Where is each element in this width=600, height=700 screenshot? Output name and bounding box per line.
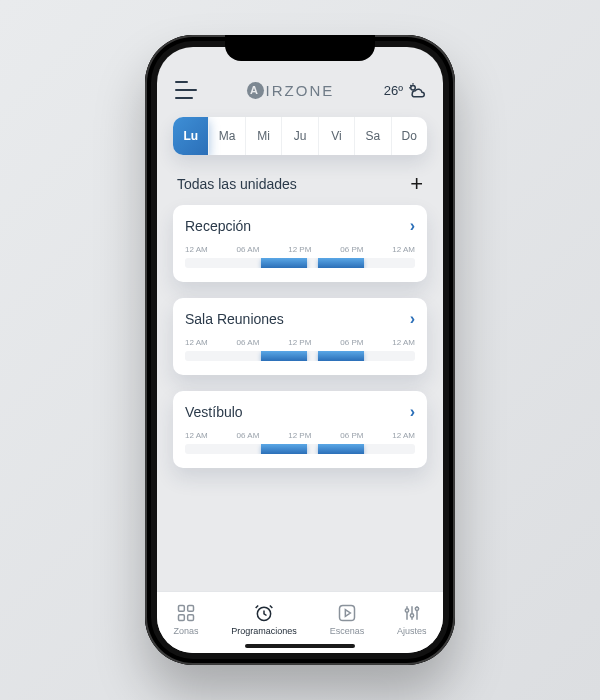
- weather-widget[interactable]: 26º: [384, 81, 425, 99]
- unit-card[interactable]: Vestíbulo›12 AM06 AM12 PM06 PM12 AM: [173, 391, 427, 468]
- content: LuMaMiJuViSaDo Todas las unidades + Rece…: [157, 109, 443, 591]
- weather-icon: [407, 81, 425, 99]
- tab-escenas[interactable]: Escenas: [330, 603, 365, 636]
- schedule-segment: [261, 351, 307, 361]
- schedule-segment: [318, 444, 364, 454]
- home-indicator: [245, 644, 355, 648]
- unit-card[interactable]: Recepción›12 AM06 AM12 PM06 PM12 AM: [173, 205, 427, 282]
- day-do[interactable]: Do: [392, 117, 427, 155]
- svg-point-15: [415, 607, 418, 610]
- svg-rect-9: [339, 606, 354, 621]
- time-labels: 12 AM06 AM12 PM06 PM12 AM: [185, 338, 415, 347]
- section-header: Todas las unidades +: [173, 173, 427, 205]
- svg-point-11: [405, 609, 408, 612]
- day-ma[interactable]: Ma: [209, 117, 245, 155]
- tab-programaciones[interactable]: Programaciones: [231, 603, 297, 636]
- svg-rect-6: [178, 615, 184, 621]
- day-lu[interactable]: Lu: [173, 117, 209, 155]
- day-ju[interactable]: Ju: [282, 117, 318, 155]
- section-title: Todas las unidades: [177, 176, 297, 192]
- brand-logo: A IRZONE: [247, 82, 335, 99]
- chevron-right-icon[interactable]: ›: [410, 403, 415, 421]
- schedule-track: [185, 258, 415, 268]
- tab-label: Escenas: [330, 626, 365, 636]
- add-unit-button[interactable]: +: [410, 173, 423, 195]
- notch: [225, 35, 375, 61]
- time-labels: 12 AM06 AM12 PM06 PM12 AM: [185, 245, 415, 254]
- schedule-segment: [261, 258, 307, 268]
- phone-frame: A IRZONE 26º LuMaMiJuViSaDo Todas las un…: [145, 35, 455, 665]
- svg-rect-5: [188, 606, 194, 612]
- brand-text: IRZONE: [266, 82, 335, 99]
- tab-label: Ajustes: [397, 626, 427, 636]
- svg-point-13: [410, 614, 413, 617]
- svg-rect-7: [188, 615, 194, 621]
- tab-label: Zonas: [173, 626, 198, 636]
- grid-icon: [176, 603, 196, 623]
- tab-zonas[interactable]: Zonas: [173, 603, 198, 636]
- svg-line-3: [410, 85, 411, 86]
- schedule-track: [185, 444, 415, 454]
- svg-point-0: [411, 86, 416, 91]
- chevron-right-icon[interactable]: ›: [410, 217, 415, 235]
- tab-label: Programaciones: [231, 626, 297, 636]
- sliders-icon: [402, 603, 422, 623]
- schedule-segment: [318, 258, 364, 268]
- weather-temp: 26º: [384, 83, 403, 98]
- unit-name: Sala Reuniones: [185, 311, 284, 327]
- time-labels: 12 AM06 AM12 PM06 PM12 AM: [185, 431, 415, 440]
- alarm-icon: [254, 603, 274, 623]
- unit-name: Recepción: [185, 218, 251, 234]
- schedule-track: [185, 351, 415, 361]
- units-list: Recepción›12 AM06 AM12 PM06 PM12 AMSala …: [173, 205, 427, 468]
- unit-name: Vestíbulo: [185, 404, 243, 420]
- schedule-segment: [318, 351, 364, 361]
- screen: A IRZONE 26º LuMaMiJuViSaDo Todas las un…: [157, 47, 443, 653]
- day-sa[interactable]: Sa: [355, 117, 391, 155]
- day-mi[interactable]: Mi: [246, 117, 282, 155]
- day-vi[interactable]: Vi: [319, 117, 355, 155]
- schedule-segment: [261, 444, 307, 454]
- play-icon: [337, 603, 357, 623]
- unit-card[interactable]: Sala Reuniones›12 AM06 AM12 PM06 PM12 AM: [173, 298, 427, 375]
- tab-ajustes[interactable]: Ajustes: [397, 603, 427, 636]
- day-selector: LuMaMiJuViSaDo: [173, 117, 427, 155]
- menu-icon[interactable]: [175, 81, 197, 99]
- svg-rect-4: [178, 606, 184, 612]
- chevron-right-icon[interactable]: ›: [410, 310, 415, 328]
- brand-mark: A: [247, 82, 264, 99]
